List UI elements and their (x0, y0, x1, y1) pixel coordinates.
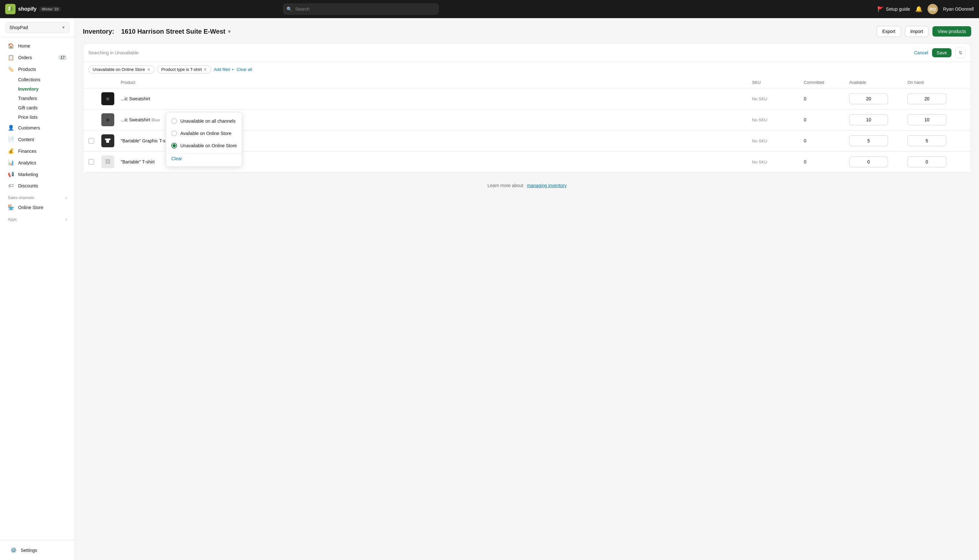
logo-text: shopify (18, 6, 37, 12)
sidebar-item-gift-cards-label: Gift cards (18, 105, 38, 110)
filter-chip-unavailable-online-store[interactable]: Unavailable on Online Store ✕ (88, 65, 154, 73)
finances-icon: 💰 (8, 148, 14, 154)
main-layout: ShopPad ▼ 🏠 Home 📋 Orders 17 🏷️ Products… (0, 18, 979, 560)
sidebar-item-collections[interactable]: Collections (3, 75, 72, 84)
chip-label-2: Product type is T-shirt (161, 67, 202, 72)
sidebar-item-analytics[interactable]: 📊 Analytics (3, 157, 72, 168)
chip-remove-2[interactable]: ✕ (203, 67, 207, 72)
row-3-checkbox[interactable] (88, 138, 94, 144)
sidebar-item-finances[interactable]: 💰 Finances (3, 145, 72, 157)
apps-chevron[interactable]: › (66, 217, 67, 222)
row-2-committed: 0 (804, 117, 849, 122)
row-4-onhand-input[interactable] (907, 157, 946, 167)
shopify-logo[interactable]: shopify Winter '23 (5, 4, 61, 14)
col-sku-header: SKU (752, 80, 804, 85)
search-icon: 🔍 (287, 7, 292, 12)
row-4-checkbox-cell (88, 159, 101, 165)
row-4-available-cell (849, 157, 907, 167)
page-header: Inventory: 1610 Harrison Street Suite E-… (83, 26, 971, 37)
dropdown-option-all-channels[interactable]: Unavailable on all channels (166, 115, 242, 127)
sidebar-item-home[interactable]: 🏠 Home (3, 40, 72, 52)
view-products-button[interactable]: View products (932, 26, 971, 37)
sidebar-item-inventory-label: Inventory (18, 87, 38, 92)
row-2-available-cell (849, 114, 907, 125)
setup-guide-button[interactable]: 🚩 Setup guide (877, 6, 910, 12)
col-onhand-header: On hand (907, 80, 966, 85)
sidebar-item-customers[interactable]: 👤 Customers (3, 122, 72, 133)
row-2-thumb-icon: ■ (106, 117, 110, 123)
sidebar-item-content-label: Content (18, 137, 34, 142)
filter-actions: Cancel Save ⇅ (914, 48, 966, 58)
sidebar-item-customers-label: Customers (18, 125, 40, 130)
filter-chip-product-type-tshirt[interactable]: Product type is T-shirt ✕ (157, 65, 211, 73)
sidebar-item-marketing[interactable]: 📢 Marketing (3, 168, 72, 180)
sidebar-item-price-lists-label: Price lists (18, 115, 38, 120)
dropdown-option-available-online[interactable]: Available on Online Store (166, 127, 242, 140)
row-4-image-icon: 🖼 (105, 159, 110, 165)
content-icon: 📄 (8, 136, 14, 142)
row-2-available-input[interactable] (849, 114, 888, 125)
products-icon: 🏷️ (8, 66, 14, 72)
sidebar-item-price-lists[interactable]: Price lists (3, 113, 72, 122)
apps-label: Apps (8, 217, 17, 222)
sidebar-item-discounts[interactable]: 🏷 Discounts (3, 180, 72, 191)
dropdown-label-available-online: Available on Online Store (180, 131, 232, 136)
table-header: Product SKU Committed Available On hand (83, 77, 971, 88)
sidebar-item-products[interactable]: 🏷️ Products (3, 63, 72, 75)
setup-guide-label: Setup guide (886, 7, 910, 12)
import-button[interactable]: Import (905, 26, 929, 37)
row-1-thumbnail: ■ (101, 92, 114, 105)
row-1-onhand-cell (907, 93, 966, 104)
location-chevron-icon[interactable]: ▾ (228, 28, 230, 35)
row-1-available-cell (849, 93, 907, 104)
sidebar-item-settings[interactable]: ⚙️ Settings (5, 545, 70, 556)
row-4-available-input[interactable] (849, 157, 888, 167)
save-button[interactable]: Save (932, 48, 951, 57)
sales-channels-chevron[interactable]: › (66, 195, 67, 200)
dropdown-label-all-channels: Unavailable on all channels (180, 118, 235, 123)
row-3-tshirt-icon (104, 137, 112, 145)
store-selector[interactable]: ShopPad ▼ (5, 22, 70, 33)
managing-inventory-link[interactable]: managing inventory (527, 183, 567, 188)
table-row: ■ ...ic Sweatshirt No SKU 0 (83, 88, 971, 109)
row-3-available-cell (849, 135, 907, 146)
radio-unavailable-online (171, 143, 177, 148)
search-input[interactable] (283, 3, 439, 15)
row-4-checkbox[interactable] (88, 159, 94, 165)
row-1-available-input[interactable] (849, 93, 888, 104)
page-location-name: 1610 Harrison Street Suite E-West (121, 28, 225, 35)
export-button[interactable]: Export (877, 26, 901, 37)
notification-icon[interactable]: 🔔 (915, 5, 922, 13)
page-title-text: Inventory: (83, 28, 114, 35)
sidebar-bottom: ⚙️ Settings (0, 540, 75, 560)
sidebar-item-marketing-label: Marketing (18, 172, 38, 177)
row-2-onhand-input[interactable] (907, 114, 946, 125)
main-content: Inventory: 1610 Harrison Street Suite E-… (75, 18, 979, 560)
row-3-available-input[interactable] (849, 135, 888, 146)
apps-section: Apps › (0, 213, 75, 223)
sidebar-item-online-store[interactable]: 🏪 Online Store (3, 202, 72, 213)
sidebar-item-gift-cards[interactable]: Gift cards (3, 103, 72, 112)
sidebar-item-content[interactable]: 📄 Content (3, 134, 72, 145)
row-3-onhand-input[interactable] (907, 135, 946, 146)
top-navigation: shopify Winter '23 🔍 🚩 Setup guide 🔔 RO … (0, 0, 979, 18)
sidebar-item-inventory[interactable]: Inventory (3, 85, 72, 93)
clear-all-button[interactable]: Clear all (237, 67, 252, 72)
radio-inner (173, 144, 176, 147)
sidebar-item-products-label: Products (18, 67, 36, 72)
store-selector-chevron: ▼ (62, 25, 65, 30)
row-4-thumbnail: 🖼 (101, 155, 114, 168)
dropdown-clear-button[interactable]: Clear (166, 153, 242, 164)
chip-remove-1[interactable]: ✕ (147, 67, 150, 72)
row-1-onhand-input[interactable] (907, 93, 946, 104)
sort-button[interactable]: ⇅ (956, 48, 966, 58)
dropdown-label-unavailable-online: Unavailable on Online Store (180, 143, 237, 148)
marketing-icon: 📢 (8, 171, 14, 177)
sidebar-item-orders[interactable]: 📋 Orders 17 (3, 52, 72, 63)
add-filter-button[interactable]: Add filter + (213, 67, 234, 72)
sidebar-item-discounts-label: Discounts (18, 183, 38, 188)
dropdown-option-unavailable-online[interactable]: Unavailable on Online Store (166, 140, 242, 152)
cancel-button[interactable]: Cancel (914, 50, 928, 55)
sidebar-item-transfers[interactable]: Transfers (3, 94, 72, 103)
avatar[interactable]: RO (927, 4, 938, 14)
